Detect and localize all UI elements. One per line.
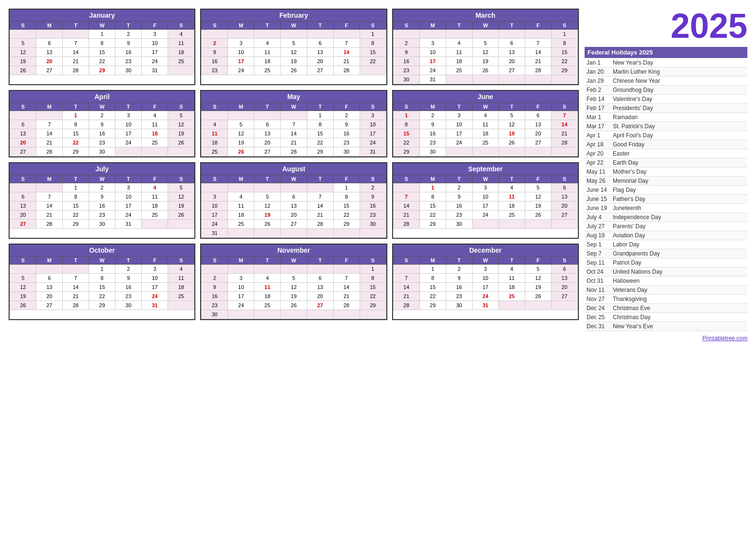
calendar-day — [472, 220, 498, 229]
holiday-name: Father's Day — [611, 195, 747, 204]
calendar-day: 12 — [498, 120, 525, 129]
calendar-day: 12 — [168, 120, 194, 129]
day-header: F — [525, 256, 551, 265]
month-february: FebruarySMTWTFS1234567891011121314151617… — [200, 9, 387, 85]
calendar-day — [525, 75, 551, 84]
calendar-day: 18 — [202, 138, 228, 147]
day-header: T — [115, 103, 142, 111]
calendar-day: 25 — [472, 138, 498, 147]
calendar-day: 9 — [446, 274, 472, 283]
day-header: S — [168, 175, 194, 183]
calendar-day: 4 — [498, 183, 525, 192]
calendar-day: 5 — [10, 274, 36, 283]
calendar-day — [307, 30, 333, 39]
calendar-day: 27 — [307, 301, 333, 310]
printable-link[interactable]: Printabletree.com — [702, 335, 747, 342]
calendar-day: 29 — [89, 66, 115, 75]
holiday-row: Sep 11Patriot Day — [585, 258, 747, 267]
day-header: T — [115, 175, 142, 183]
calendar-day: 26 — [525, 292, 551, 301]
calendar-day: 6 — [254, 120, 281, 129]
month-april: AprilSMTWTFS1234567891011121314151617181… — [9, 90, 195, 157]
day-header: F — [142, 103, 168, 111]
calendar-day: 14 — [333, 48, 360, 57]
calendar-day: 25 — [254, 66, 281, 75]
day-header: S — [10, 175, 36, 183]
day-header: F — [525, 103, 551, 111]
calendar-day: 9 — [446, 192, 472, 201]
day-header: T — [254, 256, 281, 265]
calendar-day — [281, 310, 307, 319]
calendar-day: 19 — [525, 201, 551, 211]
day-header: T — [498, 103, 525, 111]
calendar-day: 10 — [472, 274, 498, 283]
holidays-table: Federal Holidays 2025 — [585, 47, 747, 58]
calendar-day: 9 — [89, 120, 115, 129]
day-header: S — [393, 22, 419, 30]
calendar-day — [202, 30, 228, 39]
calendar-day: 30 — [89, 147, 115, 156]
day-header: S — [202, 103, 228, 111]
calendar-day: 22 — [89, 57, 115, 66]
calendar-day: 7 — [333, 274, 360, 283]
calendar-day: 14 — [307, 201, 333, 211]
day-header: T — [307, 22, 333, 30]
calendar-day — [10, 265, 36, 274]
calendar-day: 7 — [393, 192, 419, 201]
day-header: T — [63, 22, 89, 30]
calendar-day — [142, 147, 168, 156]
calendar-day: 5 — [168, 183, 194, 192]
calendar-day: 5 — [498, 111, 525, 120]
calendar-day: 11 — [202, 129, 228, 138]
day-header: T — [254, 103, 281, 111]
calendar-day: 3 — [472, 183, 498, 192]
calendar-day: 30 — [446, 301, 472, 310]
calendar-day: 2 — [393, 39, 419, 48]
calendar-day: 24 — [472, 292, 498, 301]
month-grid-april: SMTWTFS123456789101112131415161718192021… — [10, 102, 194, 156]
month-november: NovemberSMTWTFS1234567891011121314151617… — [200, 244, 387, 320]
calendar-day: 29 — [360, 301, 386, 310]
holiday-row: Sep 1Labor Day — [585, 240, 747, 249]
calendar-day — [254, 111, 281, 120]
day-header: M — [419, 103, 446, 111]
calendar-day: 28 — [36, 220, 63, 229]
calendar-day — [333, 229, 360, 238]
holiday-row: Nov 27Thanksgiving — [585, 295, 747, 304]
month-grid-june: SMTWTFS123456789101112131415161718192021… — [393, 102, 578, 156]
calendar-day — [498, 220, 525, 229]
month-header-april: April — [10, 91, 194, 102]
calendar-day: 4 — [228, 192, 254, 201]
calendar-day: 19 — [472, 57, 498, 66]
calendar-day: 5 — [525, 265, 551, 274]
calendar-day: 25 — [142, 211, 168, 220]
calendar-day: 27 — [281, 220, 307, 229]
month-grid-november: SMTWTFS123456789101112131415161718192021… — [201, 256, 386, 319]
calendar-day: 17 — [472, 201, 498, 211]
calendar-day: 10 — [419, 48, 446, 57]
calendar-day: 11 — [168, 274, 194, 283]
holiday-name: Groundhog Day — [611, 86, 747, 95]
holiday-name: Patriot Day — [611, 258, 747, 267]
day-header: S — [551, 175, 577, 183]
calendar-day: 20 — [36, 292, 63, 301]
calendar-day — [254, 310, 281, 319]
holiday-date: Sep 11 — [585, 258, 611, 267]
calendar-day: 21 — [63, 57, 89, 66]
calendar-day: 31 — [360, 147, 386, 156]
calendar-day: 2 — [115, 265, 142, 274]
calendar-day: 12 — [10, 283, 36, 292]
calendar-day: 15 — [63, 129, 89, 138]
calendar-day: 23 — [446, 292, 472, 301]
calendar-day: 19 — [281, 292, 307, 301]
day-header: M — [419, 256, 446, 265]
calendar-day: 27 — [551, 211, 577, 220]
calendar-day: 8 — [551, 39, 577, 48]
calendar-day: 8 — [393, 120, 419, 129]
calendar-day: 18 — [254, 292, 281, 301]
calendar-day: 21 — [281, 138, 307, 147]
calendar-day: 30 — [419, 147, 446, 156]
calendar-day: 13 — [551, 192, 577, 201]
calendar-day: 17 — [228, 292, 254, 301]
calendar-day — [228, 265, 254, 274]
